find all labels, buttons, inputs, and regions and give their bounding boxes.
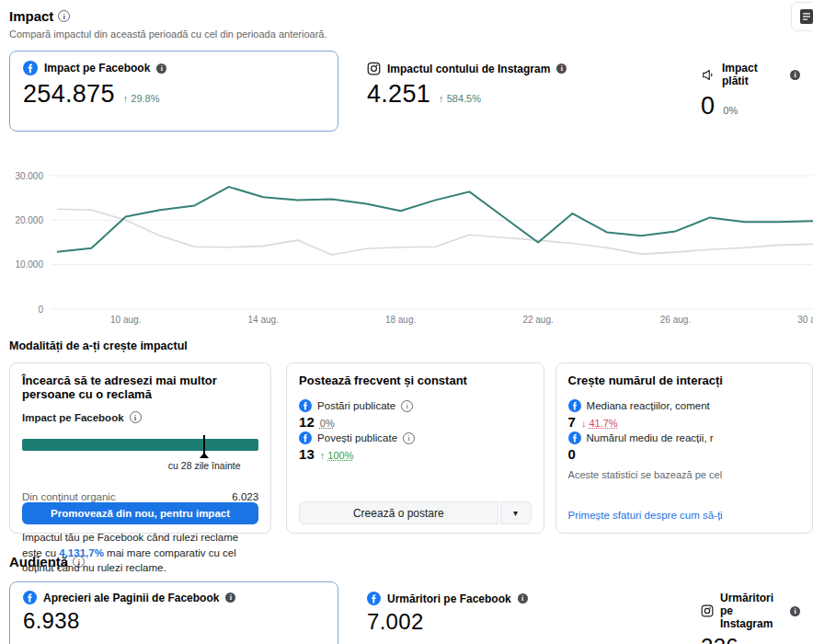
metric-card-facebook-impact[interactable]: Impact pe Facebook 254.875 ↑ 29.8% (9, 51, 338, 132)
stories-published-stat: Povești publicate 13 ↑ 100% (299, 431, 531, 462)
median-reactions-stat: Mediana reacțiilor, coment 7 ↓ 41.7% (568, 399, 800, 430)
metric-card-instagram-impact[interactable]: Impactul contului de Instagram 4.251 ↑ 5… (354, 51, 688, 132)
info-icon[interactable] (58, 10, 70, 22)
metric-card-paid-impact[interactable]: Impact plătit 0 0% (688, 51, 813, 132)
stat-value: 7 (568, 414, 576, 430)
info-icon[interactable] (225, 592, 235, 603)
svg-text:18 aug.: 18 aug. (385, 315, 416, 325)
stat-value: 13 (299, 446, 315, 462)
metric-delta: ↑ 29.8% (123, 93, 160, 104)
facebook-icon (23, 61, 38, 75)
svg-text:0: 0 (38, 305, 43, 315)
stat-value: 0 (568, 446, 576, 462)
facebook-icon (299, 399, 312, 412)
engagement-note: Aceste statistici se bazează pe cel (568, 469, 800, 480)
bar-previous-marker: cu 28 zile înainte (203, 435, 206, 454)
instagram-icon (367, 62, 381, 75)
stat-label: Povești publicate (317, 432, 397, 443)
bar-marker-label: cu 28 zile înainte (168, 460, 241, 471)
svg-text:10 aug.: 10 aug. (110, 315, 141, 325)
instagram-icon (701, 604, 714, 617)
stat-delta: 0% (320, 418, 335, 429)
boost-again-button[interactable]: Promovează din nou, pentru impact (22, 502, 258, 524)
metric-value: 226 (701, 634, 800, 644)
suggestions-heading: Modalități de a-ți crește impactul (9, 339, 813, 352)
metric-label: Aprecieri ale Paginii de Facebook (43, 592, 219, 604)
metric-label: Impact pe Facebook (22, 412, 124, 423)
metric-label: Impact plătit (722, 62, 784, 87)
stat-label: Mediana reacțiilor, coment (587, 400, 710, 411)
impact-chart: 010.00020.00030.00010 aug.14 aug.18 aug.… (0, 165, 813, 328)
card-title: Crește numărul de interacți (568, 374, 800, 387)
create-post-dropdown-button[interactable]: ▾ (500, 501, 532, 524)
create-post-button[interactable]: Creează o postare (299, 501, 498, 524)
audience-card-page-likes[interactable]: Aprecieri ale Paginii de Facebook 6.938 (9, 581, 338, 644)
chevron-down-icon: ▾ (513, 508, 518, 518)
impact-subtitle: Compară impactul din această perioadă cu… (9, 29, 813, 40)
svg-text:26 aug.: 26 aug. (660, 315, 691, 325)
impact-chart-area: 010.00020.00030.00010 aug.14 aug.18 aug.… (0, 165, 813, 331)
audience-card-fb-followers[interactable]: Urmăritori pe Facebook 7.002 (354, 581, 688, 644)
metric-value: 254.875 (23, 80, 115, 109)
metric-value: 0 (701, 92, 715, 121)
metric-label: Impact pe Facebook (44, 62, 150, 75)
up-arrow-icon: ↑ (123, 93, 129, 104)
caret-up-icon (200, 453, 209, 458)
metric-value: 6.938 (23, 608, 325, 634)
info-icon[interactable] (156, 63, 166, 74)
suggestion-card-engagement: Crește numărul de interacți Mediana reac… (555, 362, 813, 534)
info-icon[interactable] (790, 70, 800, 80)
report-icon (800, 9, 813, 24)
audience-card-ig-followers[interactable]: Urmăritori pe Instagram 226 (688, 581, 813, 644)
metric-label: Impactul contului de Instagram (387, 63, 550, 75)
impact-header: Impact Compară impactul din această peri… (0, 0, 813, 132)
stat-value: 12 (299, 414, 315, 430)
suggestion-card-ads: Încearcă să te adresezi mai multor perso… (9, 362, 271, 534)
average-reactions-stat: Numărul mediu de reacții, r 0 (568, 431, 800, 462)
info-icon[interactable] (518, 593, 528, 604)
info-icon[interactable] (401, 400, 413, 412)
svg-text:22 aug.: 22 aug. (522, 315, 553, 325)
info-icon[interactable] (130, 411, 142, 423)
stat-label: Numărul mediu de reacții, r (587, 432, 714, 443)
suggestion-card-posting: Postează frecvent și constant Postări pu… (286, 362, 544, 534)
facebook-icon (367, 592, 381, 605)
info-icon[interactable] (790, 606, 800, 616)
megaphone-icon (701, 68, 716, 82)
up-arrow-icon: ↑ (439, 93, 444, 104)
stat-delta: ↑ 100% (320, 450, 354, 461)
info-icon[interactable] (556, 63, 567, 74)
svg-text:30.000: 30.000 (15, 171, 43, 181)
impact-progress-bar: cu 28 zile înainte (22, 439, 258, 451)
metric-label: Urmăritori pe Facebook (387, 592, 511, 605)
impact-title: Impact (9, 8, 53, 24)
metric-value: 7.002 (367, 609, 675, 635)
info-icon[interactable] (403, 432, 415, 444)
facebook-icon (568, 399, 581, 412)
metric-delta: ↑ 584.5% (439, 93, 481, 104)
svg-text:30 aug.: 30 aug. (797, 315, 813, 325)
row-label: Din conținut organic (22, 491, 116, 502)
get-tips-link[interactable]: Primește sfaturi despre cum să-ți (568, 510, 723, 521)
ads-note: Impactul tău pe Facebook când rulezi rec… (22, 530, 258, 576)
row-value: 6.023 (232, 491, 258, 502)
ads-note-percentage: 4.131,7% (59, 547, 104, 558)
metric-delta: 0% (723, 105, 738, 116)
card-title: Încearcă să te adresezi mai multor perso… (22, 374, 258, 401)
svg-text:14 aug.: 14 aug. (248, 315, 279, 325)
metric-value: 4.251 (367, 80, 430, 109)
down-arrow-icon: ↓ (581, 418, 587, 429)
stat-delta: ↓ 41.7% (581, 418, 618, 429)
posts-published-stat: Postări publicate 12 0% (299, 399, 531, 430)
stat-label: Postări publicate (317, 400, 395, 411)
metric-label: Urmăritori pe Instagram (720, 592, 784, 630)
facebook-icon (568, 431, 581, 444)
export-report-button[interactable] (791, 2, 813, 31)
facebook-icon (299, 431, 312, 444)
facebook-icon (23, 591, 37, 604)
svg-text:10.000: 10.000 (15, 259, 43, 270)
up-arrow-icon: ↑ (320, 450, 326, 461)
card-title: Postează frecvent și constant (299, 374, 531, 387)
svg-text:20.000: 20.000 (15, 215, 43, 225)
